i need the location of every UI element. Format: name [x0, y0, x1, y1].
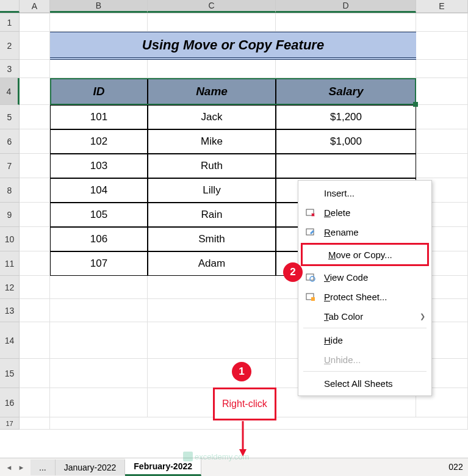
cell[interactable]	[20, 32, 50, 60]
cell[interactable]	[50, 388, 148, 417]
cell[interactable]	[416, 60, 468, 78]
cell[interactable]	[20, 322, 50, 359]
blank-icon	[304, 354, 317, 365]
title-cell[interactable]: Using Move or Copy Feature	[50, 32, 416, 60]
col-header-b[interactable]: B	[50, 0, 148, 13]
cell[interactable]	[276, 60, 416, 78]
cell-id[interactable]: 107	[50, 251, 148, 276]
cell[interactable]	[20, 60, 50, 78]
col-header-e[interactable]: E	[416, 0, 468, 13]
cell-salary[interactable]: $1,200	[276, 105, 416, 129]
tab-nav-prev[interactable]: ◄	[4, 462, 15, 473]
menu-move-copy[interactable]: Move or Copy...	[301, 243, 429, 266]
row-header-16[interactable]: 16	[0, 388, 20, 417]
menu-delete[interactable]: Delete	[298, 203, 431, 222]
row-header-1[interactable]: 1	[0, 13, 20, 32]
row-header-5[interactable]: 5	[0, 105, 20, 129]
cell[interactable]	[20, 105, 50, 129]
cell[interactable]	[20, 227, 50, 251]
cell[interactable]	[148, 13, 276, 32]
menu-rename[interactable]: Rename	[298, 222, 431, 242]
cell[interactable]	[50, 276, 148, 299]
row-header-12[interactable]: 12	[0, 276, 20, 299]
cell[interactable]	[50, 60, 148, 78]
menu-protect[interactable]: Protect Sheet...	[298, 287, 431, 306]
cell[interactable]	[20, 154, 50, 178]
header-id[interactable]: ID	[50, 78, 148, 105]
cell[interactable]	[20, 359, 50, 388]
cell-name[interactable]: Rain	[148, 203, 276, 227]
cell-salary[interactable]: $1,000	[276, 129, 416, 154]
cell-name[interactable]: Smith	[148, 227, 276, 251]
cell-id[interactable]: 102	[50, 129, 148, 154]
col-header-c[interactable]: C	[148, 0, 276, 13]
cell[interactable]	[416, 78, 468, 105]
header-name[interactable]: Name	[148, 78, 276, 105]
menu-view-code[interactable]: View Code	[298, 267, 431, 287]
row-header-3[interactable]: 3	[0, 60, 20, 78]
cell[interactable]	[416, 129, 468, 154]
cell[interactable]	[148, 276, 276, 299]
row-header-15[interactable]: 15	[0, 359, 20, 388]
cell[interactable]	[416, 154, 468, 178]
cell[interactable]	[20, 299, 50, 322]
col-header-a[interactable]: A	[20, 0, 50, 13]
row-header-6[interactable]: 6	[0, 129, 20, 154]
row-header-9[interactable]: 9	[0, 203, 20, 227]
row-header-2[interactable]: 2	[0, 32, 20, 60]
cell-id[interactable]: 106	[50, 227, 148, 251]
cell[interactable]	[50, 299, 148, 322]
cell[interactable]	[20, 13, 50, 32]
row-header-14[interactable]: 14	[0, 322, 20, 359]
cell[interactable]	[20, 78, 50, 105]
cell-name[interactable]: Adam	[148, 251, 276, 276]
cell[interactable]	[20, 129, 50, 154]
header-salary[interactable]: Salary	[276, 78, 416, 105]
menu-insert[interactable]: Insert...	[298, 183, 431, 203]
cell-id[interactable]: 101	[50, 105, 148, 129]
cell[interactable]	[148, 299, 276, 322]
cell[interactable]	[276, 13, 416, 32]
cell[interactable]	[50, 13, 148, 32]
cell[interactable]	[416, 32, 468, 60]
cell[interactable]	[50, 359, 148, 388]
cell-name[interactable]: Mike	[148, 129, 276, 154]
cell[interactable]	[148, 359, 276, 388]
menu-label: Rename	[324, 227, 425, 237]
cell-id[interactable]: 104	[50, 178, 148, 203]
watermark-icon	[183, 452, 193, 461]
cell[interactable]	[20, 251, 50, 276]
cell[interactable]	[416, 13, 468, 32]
menu-tab-color[interactable]: Tab Color❯	[298, 306, 431, 326]
delete-icon	[304, 207, 317, 218]
cell-name[interactable]: Ruth	[148, 154, 276, 178]
row-header-13[interactable]: 13	[0, 299, 20, 322]
cell-name[interactable]: Jack	[148, 105, 276, 129]
cell[interactable]	[148, 322, 276, 359]
row-header-7[interactable]: 7	[0, 154, 20, 178]
cell-salary[interactable]	[276, 154, 416, 178]
cell[interactable]	[50, 322, 148, 359]
cell-name[interactable]: Lilly	[148, 178, 276, 203]
cell[interactable]	[20, 178, 50, 203]
row-header-4[interactable]: 4	[0, 78, 20, 105]
cell[interactable]	[20, 388, 50, 417]
cell[interactable]	[148, 60, 276, 78]
sheet-tab-ellipsis[interactable]: ...	[31, 460, 56, 475]
cell[interactable]	[20, 203, 50, 227]
menu-select-all[interactable]: Select All Sheets	[298, 373, 431, 393]
row-header-8[interactable]: 8	[0, 178, 20, 203]
cell[interactable]	[416, 105, 468, 129]
select-all-corner[interactable]	[0, 0, 20, 13]
cell-id[interactable]: 105	[50, 203, 148, 227]
row-header-10[interactable]: 10	[0, 227, 20, 251]
fill-handle[interactable]	[413, 102, 418, 107]
tab-nav-next[interactable]: ►	[16, 462, 27, 473]
col-header-d[interactable]: D	[276, 0, 416, 13]
cell[interactable]	[20, 276, 50, 299]
menu-hide[interactable]: Hide	[298, 330, 431, 350]
cell-id[interactable]: 103	[50, 154, 148, 178]
row-header-17[interactable]: 17	[0, 417, 20, 430]
sheet-tab-january[interactable]: January-2022	[56, 460, 126, 475]
row-header-11[interactable]: 11	[0, 251, 20, 276]
